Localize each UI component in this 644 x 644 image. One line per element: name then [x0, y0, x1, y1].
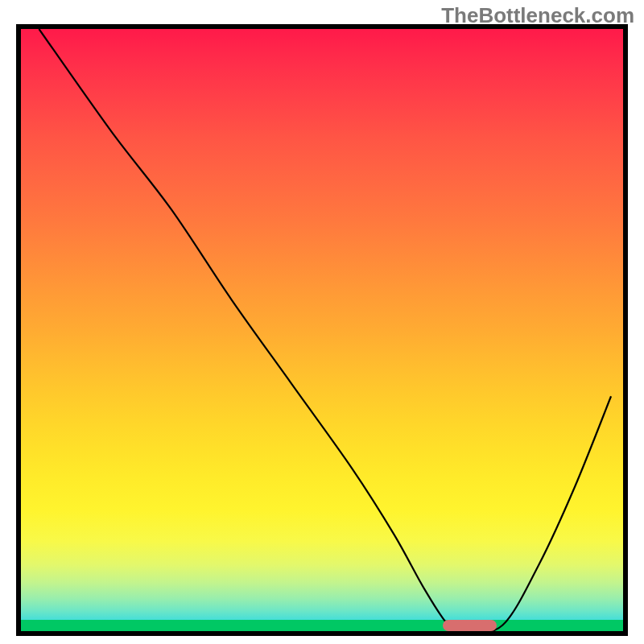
- bottleneck-curve: [21, 29, 623, 631]
- plot-frame: [16, 24, 628, 636]
- optimal-point-marker: [443, 620, 497, 631]
- plot-area: [21, 29, 623, 631]
- chart-canvas: TheBottleneck.com: [0, 0, 644, 644]
